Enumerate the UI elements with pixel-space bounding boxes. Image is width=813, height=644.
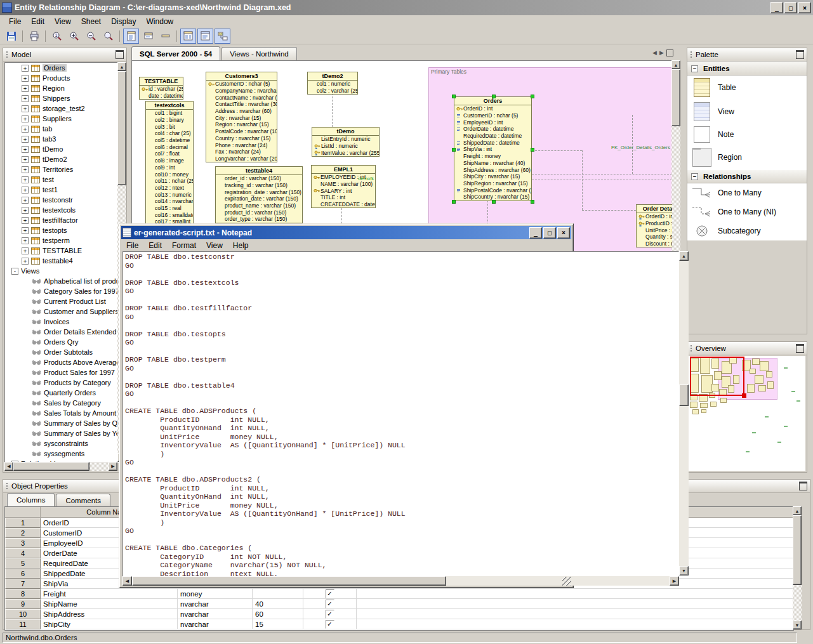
entity-keys-view-button[interactable] [140, 29, 156, 44]
tree-view-sysconstraints[interactable]: sysconstraints [5, 438, 118, 449]
tree-view-current-product-list[interactable]: Current Product List [5, 296, 118, 306]
zoom-tool-button[interactable] [100, 29, 116, 44]
model-panel-header[interactable]: Model [3, 48, 126, 62]
nullable-checkbox[interactable]: ✓ [326, 589, 334, 598]
entity-testtable4[interactable]: testtable4order_id : varchar (150)tracki… [215, 166, 303, 223]
cell-column-name[interactable]: ShipCity [41, 619, 178, 629]
selection-handle[interactable] [531, 148, 534, 152]
expand-open-icon[interactable]: - [11, 268, 18, 275]
zoom-100-button[interactable]: 1 [49, 29, 65, 44]
palette-item-table[interactable]: Table [687, 76, 807, 100]
model-tree-hscrollbar[interactable]: ◀ ▶ [4, 462, 117, 471]
palette-item-subcategory[interactable]: Subcategory [687, 221, 807, 240]
expand-closed-icon[interactable]: + [22, 126, 29, 133]
tree-table-region[interactable]: +Region [5, 83, 118, 93]
notepad-menu-view[interactable]: View [201, 240, 228, 251]
tab-sql-server-2000-54[interactable]: SQL Server 2000 - 54 [131, 46, 220, 60]
palette-item-view[interactable]: View [687, 100, 807, 124]
save-button[interactable] [3, 29, 19, 44]
cell-column-name[interactable]: ShipAddress [41, 609, 178, 619]
cell-size[interactable]: 60 [253, 609, 303, 619]
tree-table-testtable[interactable]: +TESTTABLE [5, 246, 118, 256]
overview-viewport[interactable] [690, 357, 744, 396]
grid-row-10[interactable]: 10ShipAddressnvarchar60✓ [5, 609, 793, 619]
palette-item-note[interactable]: Note [687, 124, 807, 145]
tree-table-testconstr[interactable]: +testconstr [5, 195, 118, 205]
tree-view-order-subtotals[interactable]: Order Subtotals [5, 347, 118, 357]
tree-view-product-sales-for-1997[interactable]: Product Sales for 1997 [5, 367, 118, 378]
cell-nullable[interactable]: ✓ [303, 589, 357, 599]
notepad-close-button[interactable]: × [557, 227, 570, 239]
overview-panel-header[interactable]: Overview [687, 342, 807, 355]
entity-orders[interactable]: OrdersOrderID : intCustomerID : nchar (5… [454, 96, 532, 201]
show-columns-button[interactable] [180, 29, 196, 44]
tree-table-storage_test2[interactable]: +storage_test2 [5, 103, 118, 114]
entity-name-view-button[interactable] [157, 29, 173, 44]
notepad-hscrollbar[interactable]: ◀ ▶ [122, 576, 679, 586]
tree-table-tab[interactable]: +tab [5, 124, 118, 134]
menu-display[interactable]: Display [106, 16, 141, 27]
entity-customers3[interactable]: Customers3CustomerID : nchar (5)CompanyN… [206, 72, 277, 162]
menu-edit[interactable]: Edit [26, 16, 50, 27]
cell-size[interactable] [253, 589, 303, 599]
tab-list-icon[interactable] [666, 49, 673, 56]
tree-view-alphabetical-list-of-products[interactable]: Alphabetical list of products [5, 276, 118, 286]
tree-table-suppliers[interactable]: +Suppliers [5, 114, 118, 124]
selection-handle[interactable] [452, 200, 456, 204]
tree-view-syssegments[interactable]: syssegments [5, 449, 118, 459]
grid-row-8[interactable]: 8Freightmoney✓ [5, 589, 793, 599]
tree-view-quarterly-orders[interactable]: Quarterly Orders [5, 388, 118, 398]
palette-item-one-to-many[interactable]: One to Many [687, 183, 807, 202]
selection-handle[interactable] [452, 95, 456, 98]
tree-table-orders[interactable]: +Orders [5, 63, 118, 73]
selection-handle[interactable] [492, 200, 496, 204]
tree-table-tdemo[interactable]: +tDemo [5, 144, 118, 154]
palette-item-one-to-many-ni-[interactable]: One to Many (NI) [687, 202, 807, 221]
notepad-menu-help[interactable]: Help [228, 240, 254, 251]
zoom-in-button[interactable] [66, 29, 82, 44]
cell-column-name[interactable]: Freight [41, 589, 178, 599]
show-relationship-names-button[interactable]: KR [215, 29, 230, 44]
tab-scroll-left-icon[interactable]: ◀ [652, 49, 657, 56]
cell-size[interactable]: 40 [253, 599, 303, 609]
expand-closed-icon[interactable]: + [22, 75, 29, 82]
expand-closed-icon[interactable]: + [22, 217, 29, 224]
expand-closed-icon[interactable]: + [22, 258, 29, 265]
collapse-icon[interactable]: − [691, 65, 698, 72]
notepad-vscrollbar[interactable]: ▲ ▼ [679, 251, 689, 575]
entity-empl1[interactable]: EMPL1EMPLOYEEID : intNAME : varchar (100… [311, 165, 376, 208]
cell-nullable[interactable]: ✓ [303, 619, 357, 629]
expand-closed-icon[interactable]: + [22, 197, 29, 204]
tree-table-testperm[interactable]: +testperm [5, 235, 118, 246]
tree-table-products[interactable]: +Products [5, 73, 118, 83]
menu-sheet[interactable]: Sheet [76, 16, 106, 27]
float-panel-icon[interactable] [796, 50, 804, 59]
expand-closed-icon[interactable]: + [22, 187, 29, 194]
expand-closed-icon[interactable]: + [22, 136, 29, 143]
palette-section-entities[interactable]: −Entities [687, 62, 807, 76]
expand-closed-icon[interactable]: + [22, 227, 29, 234]
tree-view-sales-totals-by-amount[interactable]: Sales Totals by Amount [5, 408, 118, 418]
show-datatypes-button[interactable] [197, 29, 213, 44]
expand-closed-icon[interactable]: + [22, 105, 29, 112]
expand-closed-icon[interactable]: + [22, 115, 29, 122]
zoom-out-button[interactable] [83, 29, 99, 44]
main-titlebar[interactable]: Entity Relationship Diagram - C:\er-diag… [0, 0, 813, 15]
cell-column-name[interactable]: ShipName [41, 599, 178, 609]
float-panel-icon[interactable] [116, 50, 124, 59]
tree-view-customer-and-suppliers-by-city[interactable]: Customer and Suppliers by City [5, 306, 118, 317]
tab-scroll-right-icon[interactable]: ▶ [659, 49, 664, 56]
tree-table-test[interactable]: +test [5, 174, 118, 185]
cell-size[interactable]: 15 [253, 619, 303, 629]
entity-testextcols[interactable]: testextcolscol1 : bigintcol2 : binarycol… [145, 101, 194, 226]
entity-full-view-button[interactable] [123, 29, 139, 44]
collapse-icon[interactable]: − [691, 173, 698, 180]
menu-window[interactable]: Window [142, 16, 179, 27]
expand-closed-icon[interactable]: + [22, 166, 29, 173]
expand-closed-icon[interactable]: + [22, 207, 29, 214]
cell-nullable[interactable]: ✓ [303, 599, 357, 609]
expand-closed-icon[interactable]: + [22, 146, 29, 153]
entity-tdemo2[interactable]: tDemo2col1 : numericcol2 : varchar (255) [307, 72, 358, 95]
notepad-menu-file[interactable]: File [121, 240, 143, 251]
tree-view-summary-of-sales-by-year[interactable]: Summary of Sales by Year [5, 428, 118, 438]
